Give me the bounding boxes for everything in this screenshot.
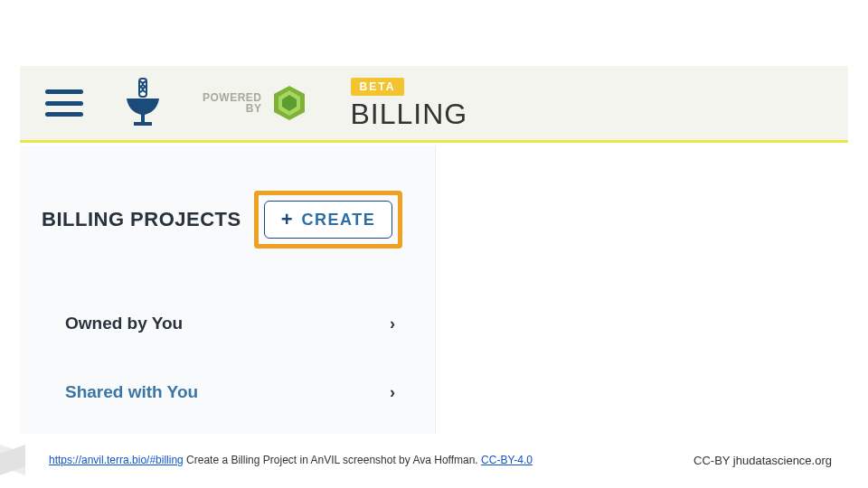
chevron-right-icon: ›: [390, 383, 395, 402]
section-label: Shared with You: [65, 382, 198, 402]
beta-badge: BETA: [351, 78, 405, 96]
content-area: BILLING PROJECTS + CREATE Owned by You ›…: [20, 145, 848, 434]
footer-decoration-icon: [0, 445, 42, 475]
create-button-label: CREATE: [302, 211, 376, 230]
footer-url-link[interactable]: https://anvil.terra.bio/#billing: [49, 454, 184, 466]
hamburger-menu-icon[interactable]: [45, 89, 83, 117]
create-button[interactable]: + CREATE: [264, 201, 393, 239]
powered-label-2: BY: [203, 103, 262, 114]
create-button-highlight: + CREATE: [254, 191, 403, 249]
page-title-block: BETA BILLING: [351, 78, 468, 128]
section-shared-with-you[interactable]: Shared with You ›: [42, 362, 413, 422]
terra-logo-icon: [269, 83, 309, 123]
top-bar: POWERED BY BETA BILLING: [20, 66, 848, 143]
chevron-right-icon: ›: [390, 314, 395, 333]
plus-icon: +: [281, 210, 293, 230]
panel-title: BILLING PROJECTS: [42, 208, 241, 231]
section-owned-by-you[interactable]: Owned by You ›: [42, 294, 413, 353]
footer-caption: Create a Billing Project in AnVIL screen…: [184, 454, 481, 466]
footer-attribution: CC-BY jhudatascience.org: [693, 454, 832, 467]
section-label: Owned by You: [65, 314, 183, 333]
footer: https://anvil.terra.bio/#billing Create …: [0, 445, 868, 475]
footer-license-link[interactable]: CC-BY-4.0: [481, 454, 533, 466]
anvil-logo-icon[interactable]: [118, 75, 168, 131]
powered-by-terra: POWERED BY: [203, 83, 309, 123]
billing-projects-panel: BILLING PROJECTS + CREATE Owned by You ›…: [20, 145, 436, 434]
page-title: BILLING: [351, 99, 468, 128]
